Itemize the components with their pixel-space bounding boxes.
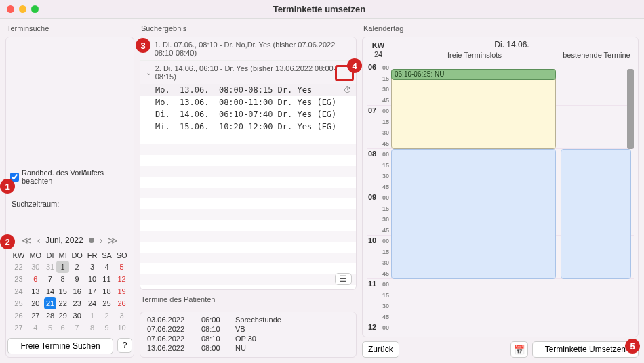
calendar-week-number: 26	[10, 309, 27, 322]
patient-appointments-panel: 03.06.202206:00Sprechstunde07.06.202208:…	[140, 312, 357, 358]
randbed-label: Randbed. des Vorläufers beachten	[22, 169, 129, 185]
calendar-month-label: Juni, 2022	[45, 236, 83, 245]
search-free-slots-button[interactable]: Freie Termine Suchen	[7, 338, 113, 354]
search-result-slot[interactable]: Di. 14.06. 06:10-07:40 Dr. Yes (EG)	[140, 108, 356, 121]
calendar-weekday: DO	[69, 250, 85, 261]
calendar-day[interactable]: 26	[114, 297, 129, 309]
calendar-day[interactable]: 10	[114, 322, 129, 334]
chevron-down-icon: ⌄	[146, 68, 153, 77]
calendar-day[interactable]: 19	[114, 285, 129, 297]
suchergebnis-header: Suchergebnis	[140, 23, 357, 37]
calendar-day[interactable]: 13	[27, 285, 44, 297]
annotation-5: 5	[625, 339, 640, 354]
calendar-day[interactable]: 30	[27, 261, 44, 273]
calendar-day[interactable]: 6	[27, 273, 44, 285]
calendar-day[interactable]: 7	[44, 273, 57, 285]
calendar-day[interactable]: 27	[27, 309, 44, 322]
close-window-button[interactable]	[7, 5, 14, 13]
hour-label: 0800153045	[367, 149, 390, 192]
calendar-day[interactable]: 7	[69, 322, 85, 334]
annotation-2: 2	[0, 234, 15, 249]
calendar-prev-fast-icon[interactable]: ≪	[22, 235, 32, 246]
calendar-day[interactable]: 2	[100, 309, 114, 322]
result-group-2[interactable]: ⌄ 2. Di. 14.06., 06:10 - Dr. Yes (bisher…	[140, 61, 356, 84]
calendar-weekday: MI	[56, 250, 69, 261]
kw-number: 24	[367, 50, 390, 59]
calendar-day[interactable]: 22	[56, 297, 69, 309]
result-settings-button[interactable]: ☰	[335, 273, 352, 285]
calendar-day[interactable]: 10	[85, 273, 99, 285]
suchzeitraum-label: Suchzeitraum:	[7, 200, 132, 208]
window-title: Terminkette umsetzen	[39, 4, 600, 14]
search-result-slot[interactable]: Mo. 13.06. 08:00-08:15 Dr. Yes⏱	[140, 84, 356, 96]
calendar-day[interactable]: 21	[44, 297, 57, 309]
patient-appointment-row[interactable]: 07.06.202208:10VB	[140, 324, 356, 334]
calendar-day[interactable]: 2	[69, 261, 85, 273]
calendar-day[interactable]: 23	[69, 297, 85, 309]
calendar-next-fast-icon[interactable]: ≫	[108, 235, 118, 246]
calendar-weekday: SA	[100, 250, 114, 261]
hour-label: 1100153045	[367, 279, 390, 322]
calendar-day[interactable]: 14	[44, 285, 57, 297]
time-grid[interactable]: 060015304506:10-06:25: NU070015304508001…	[367, 62, 634, 334]
terminsuche-header: Terminsuche	[5, 23, 134, 37]
calendar-weekday: MO	[27, 250, 44, 261]
calendar-day[interactable]: 12	[114, 273, 129, 285]
calendar-day[interactable]: 6	[56, 322, 69, 334]
calendar-day[interactable]: 1	[56, 261, 69, 273]
patient-appointment-row[interactable]: 03.06.202206:00Sprechstunde	[140, 315, 356, 324]
calendar-day[interactable]: 15	[56, 285, 69, 297]
calendar-week-number: 25	[10, 297, 27, 309]
calendar-day[interactable]: 25	[100, 297, 114, 309]
calendar-today-dot[interactable]	[89, 238, 94, 243]
patient-appointment-row[interactable]: 07.06.202208:10OP 30	[140, 334, 356, 343]
calendar-day[interactable]: 9	[100, 322, 114, 334]
titlebar: Terminkette umsetzen	[0, 0, 644, 19]
clock-icon[interactable]: ⏱	[344, 85, 352, 95]
minimize-window-button[interactable]	[19, 5, 26, 13]
calendar-day[interactable]: 17	[85, 285, 99, 297]
calendar-next-icon[interactable]: ›	[100, 235, 103, 246]
day-date-label: Di. 14.06.	[390, 40, 634, 49]
apply-chain-button[interactable]: Terminkette Umsetzen	[532, 341, 639, 358]
patient-appointment-row[interactable]: 13.06.202208:00NU	[140, 343, 356, 353]
calendar-day[interactable]: 3	[114, 309, 129, 322]
result-group-1[interactable]: › 1. Di. 07.06., 08:10 - Dr. No,Dr. Yes …	[140, 37, 356, 60]
annotation-1: 1	[0, 179, 15, 194]
calendar-grid: KWMODIMIDOFRSASO 22303112345236789101112…	[10, 250, 129, 334]
kalendertag-header: Kalendertag	[362, 23, 639, 37]
calendar-icon-button[interactable]: 📅	[510, 341, 528, 358]
calendar-day[interactable]: 11	[100, 273, 114, 285]
calendar-day[interactable]: 5	[44, 322, 57, 334]
zoom-window-button[interactable]	[31, 5, 39, 13]
calendar-day[interactable]: 4	[100, 261, 114, 273]
calendar-day[interactable]: 3	[85, 261, 99, 273]
calendar-day[interactable]: 16	[69, 285, 85, 297]
calendar-day[interactable]: 8	[56, 273, 69, 285]
search-result-slot[interactable]: Mi. 15.06. 10:20-12:00 Dr. Yes (EG)	[140, 121, 356, 133]
calendar-prev-icon[interactable]: ‹	[37, 235, 41, 246]
annotation-4: 4	[347, 58, 362, 73]
hour-label: 1200153045	[367, 322, 390, 334]
hour-label: 0600153045	[367, 62, 390, 105]
back-button[interactable]: Zurück	[362, 341, 399, 358]
calendar-day[interactable]: 29	[56, 309, 69, 322]
calendar-day[interactable]: 5	[114, 261, 129, 273]
calendar-day[interactable]: 24	[85, 297, 99, 309]
calendar-day[interactable]: 18	[100, 285, 114, 297]
calendar-day[interactable]: 8	[85, 322, 99, 334]
calendar-day[interactable]: 1	[85, 309, 99, 322]
calendar-day[interactable]: 4	[27, 322, 44, 334]
calendar-day[interactable]: 30	[69, 309, 85, 322]
appointment-block[interactable]: 06:10-06:25: NU	[391, 69, 556, 80]
annotation-3: 3	[136, 38, 150, 53]
free-slots-label: freie Terminslots	[390, 51, 559, 59]
calendar-day[interactable]: 9	[69, 273, 85, 285]
search-result-slot[interactable]: Mo. 13.06. 08:00-11:00 Dr. Yes (EG)	[140, 96, 356, 108]
calendar-day[interactable]: 28	[44, 309, 57, 322]
hour-label: 0900153045	[367, 192, 390, 235]
calendar-day[interactable]: 31	[44, 261, 57, 273]
help-button[interactable]: ?	[117, 338, 132, 353]
calendar-weekday: FR	[85, 250, 99, 261]
calendar-day[interactable]: 20	[27, 297, 44, 309]
